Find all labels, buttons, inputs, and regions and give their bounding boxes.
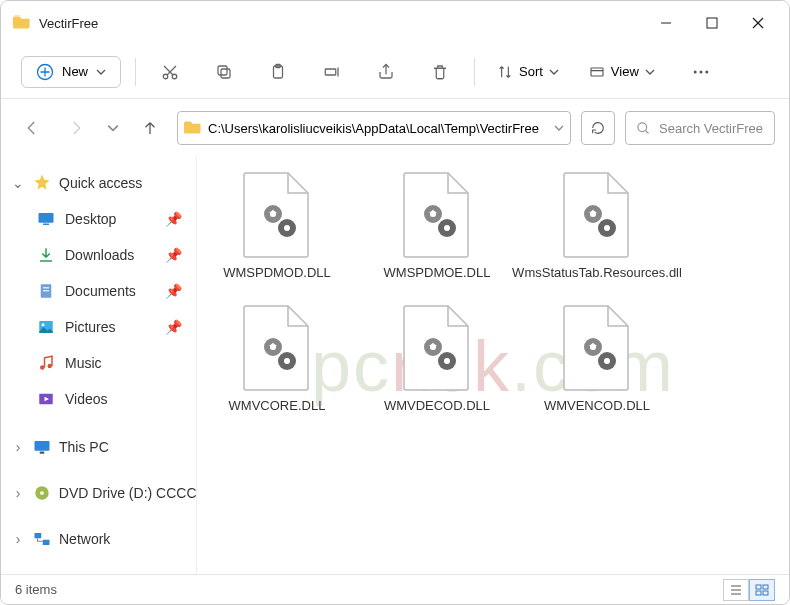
svg-rect-40 [43,540,50,545]
chevron-down-icon[interactable] [554,123,564,133]
more-button[interactable] [681,53,721,91]
svg-rect-28 [43,287,49,288]
svg-point-38 [40,491,44,495]
nav-downloads[interactable]: Downloads📌 [1,237,196,273]
divider [135,58,136,86]
chevron-right-icon: › [11,531,25,547]
svg-point-23 [638,122,647,131]
maximize-button[interactable] [689,3,735,43]
share-button[interactable] [366,53,406,91]
minimize-button[interactable] [643,3,689,43]
svg-rect-26 [43,224,49,226]
nav-pictures[interactable]: Pictures📌 [1,309,196,345]
nav-pane: ⌄ Quick access Desktop📌 Downloads📌 Docum… [1,157,197,574]
chevron-down-icon [645,67,655,77]
pin-icon: 📌 [165,319,182,335]
file-item[interactable]: WMSPDMOD.DLL [217,171,337,280]
file-item[interactable]: WMSPDMOE.DLL [377,171,497,280]
cut-button[interactable] [150,53,190,91]
sort-button[interactable]: Sort [489,60,567,84]
item-count: 6 items [15,582,57,597]
dll-file-icon [560,304,634,392]
svg-point-22 [705,70,708,73]
address-path: C:\Users\karolisliucveikis\AppData\Local… [202,121,554,136]
nav-dvd[interactable]: ›DVD Drive (D:) CCCC [1,475,196,511]
svg-rect-18 [591,68,603,76]
svg-rect-39 [35,533,42,538]
svg-point-52 [604,358,610,364]
file-name: WmsStatusTab.Resources.dll [512,265,682,280]
svg-rect-36 [40,452,45,454]
toolbar: New Sort View [1,45,789,99]
file-item[interactable]: WMVDECOD.DLL [377,304,497,413]
details-view-button[interactable] [723,579,749,601]
paste-button[interactable] [258,53,298,91]
nav-documents[interactable]: Documents📌 [1,273,196,309]
file-name: WMSPDMOE.DLL [384,265,491,280]
pin-icon: 📌 [165,211,182,227]
nav-network[interactable]: ›Network [1,521,196,557]
svg-rect-58 [756,591,761,595]
svg-point-46 [604,225,610,231]
refresh-button[interactable] [581,111,615,145]
svg-point-42 [284,225,290,231]
nav-quick-access[interactable]: ⌄ Quick access [1,165,196,201]
dll-file-icon [560,171,634,259]
content-area: pcrisk.com WMSPDMOD.DLLWMSPDMOE.DLLWmsSt… [197,157,789,574]
view-button[interactable]: View [581,60,663,84]
folder-icon [184,118,202,138]
chevron-down-icon [96,67,106,77]
svg-point-20 [693,70,696,73]
svg-rect-1 [707,18,717,28]
chevron-down-icon: ⌄ [11,175,25,191]
svg-rect-15 [325,69,336,75]
new-button[interactable]: New [21,56,121,88]
address-bar[interactable]: C:\Users\karolisliucveikis\AppData\Local… [177,111,571,145]
svg-rect-56 [756,585,761,589]
recent-button[interactable] [103,111,123,145]
nav-desktop[interactable]: Desktop📌 [1,201,196,237]
pin-icon: 📌 [165,247,182,263]
svg-line-24 [645,130,648,133]
svg-point-45 [590,211,596,217]
titlebar: VectirFree [1,1,789,45]
rename-button[interactable] [312,53,352,91]
file-item[interactable]: WmsStatusTab.Resources.dll [537,171,657,280]
view-icon [589,64,605,80]
chevron-down-icon [549,67,559,77]
file-name: WMVDECOD.DLL [384,398,490,413]
sort-icon [497,64,513,80]
svg-rect-35 [35,441,50,451]
svg-rect-12 [218,66,227,75]
file-name: WMSPDMOD.DLL [223,265,331,280]
dll-file-icon [240,171,314,259]
up-button[interactable] [133,111,167,145]
chevron-right-icon: › [11,439,25,455]
nav-videos[interactable]: Videos [1,381,196,417]
svg-point-21 [699,70,702,73]
delete-button[interactable] [420,53,460,91]
svg-point-47 [270,344,276,350]
forward-button[interactable] [59,111,93,145]
close-button[interactable] [735,3,781,43]
svg-rect-25 [39,213,54,223]
svg-rect-29 [43,290,49,291]
nav-music[interactable]: Music [1,345,196,381]
file-item[interactable]: WMVENCOD.DLL [537,304,657,413]
view-label: View [611,64,639,79]
svg-point-49 [430,344,436,350]
file-name: WMVCORE.DLL [229,398,326,413]
svg-point-41 [270,211,276,217]
file-item[interactable]: WMVCORE.DLL [217,304,337,413]
address-bar-row: C:\Users\karolisliucveikis\AppData\Local… [1,99,789,157]
back-button[interactable] [15,111,49,145]
svg-rect-59 [763,591,768,595]
search-icon [636,121,651,136]
new-label: New [62,64,88,79]
window-title: VectirFree [39,16,98,31]
search-box[interactable]: Search VectirFree [625,111,775,145]
icons-view-button[interactable] [749,579,775,601]
sort-label: Sort [519,64,543,79]
nav-this-pc[interactable]: ›This PC [1,429,196,465]
copy-button[interactable] [204,53,244,91]
